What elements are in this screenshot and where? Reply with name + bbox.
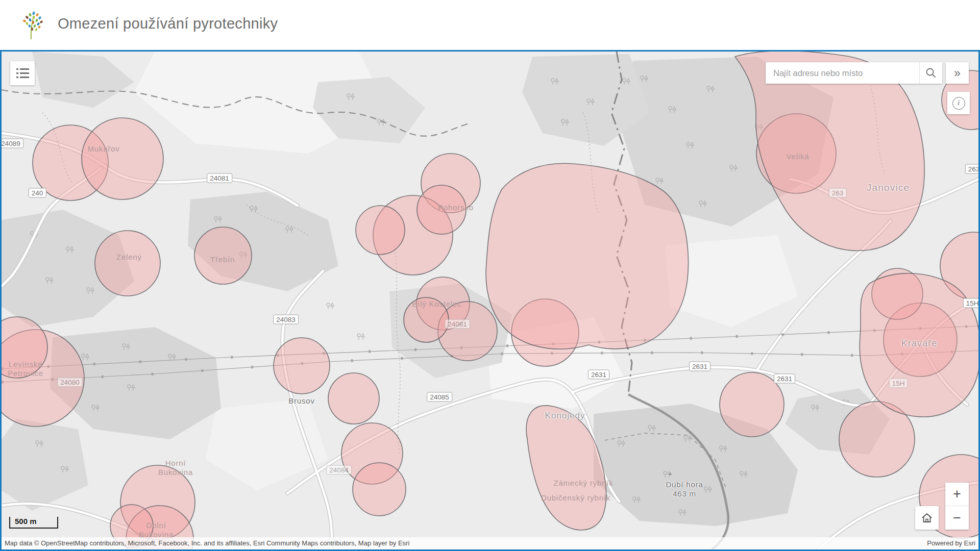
search-input[interactable] <box>766 62 919 84</box>
app-header: Omezení používání pyrotechniky <box>0 0 980 50</box>
map-canvas[interactable]: Mukařov Veliká Janovice Zelený Třebín Po… <box>0 50 980 551</box>
scale-bar-label: 500 m <box>15 517 37 525</box>
basemap <box>2 52 978 549</box>
plus-icon: + <box>953 486 961 502</box>
page-title: Omezení používání pyrotechniky <box>58 15 278 32</box>
attribution-bar: Map data © OpenStreetMap contributors, M… <box>2 537 978 549</box>
zoom-control: + − <box>945 483 969 530</box>
double-chevron-icon: » <box>954 66 961 80</box>
powered-by-esri: Powered by Esri <box>927 537 978 549</box>
info-icon: i <box>952 97 965 110</box>
home-icon <box>921 512 933 524</box>
search-button[interactable] <box>919 62 942 84</box>
app-logo-icon <box>20 10 44 40</box>
info-button[interactable]: i <box>947 92 970 114</box>
search-icon <box>925 67 937 79</box>
legend-list-button[interactable] <box>10 61 35 85</box>
search-box <box>766 62 942 84</box>
peak-icon: ▲ <box>668 471 673 476</box>
minus-icon: − <box>953 510 961 526</box>
home-button[interactable] <box>915 506 939 530</box>
scale-bar: 500 m <box>9 517 58 529</box>
attribution-text: Map data © OpenStreetMap contributors, M… <box>2 537 409 549</box>
expand-button[interactable]: » <box>946 62 969 84</box>
zoom-out-button[interactable]: − <box>945 506 969 530</box>
zoom-in-button[interactable]: + <box>945 483 969 506</box>
